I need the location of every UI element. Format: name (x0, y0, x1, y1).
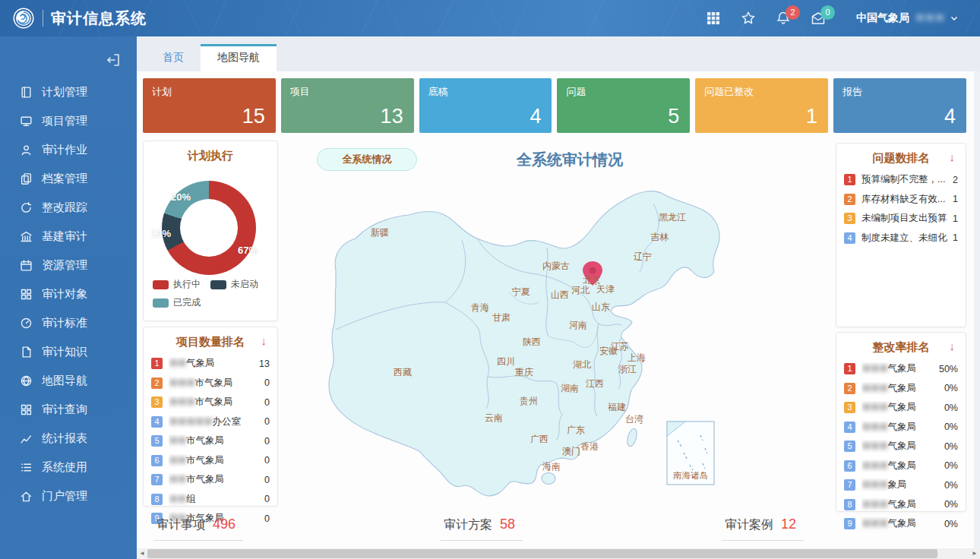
rank-row[interactable]: 4〓〓〓〓〓办公室0 (151, 412, 270, 432)
province-label-广东[interactable]: 广东 (567, 424, 585, 437)
scroll-left-arrow-icon[interactable]: ◄ (137, 548, 147, 559)
sidebar-item-系统使用[interactable]: 系统使用 (0, 453, 137, 482)
rank-row[interactable]: 1〓〓气象局13 (151, 354, 270, 374)
province-label-甘肃[interactable]: 甘肃 (492, 311, 511, 324)
stat-card-问题已整改[interactable]: 问题已整改1 (695, 78, 828, 133)
sidebar-item-资源管理[interactable]: 资源管理 (0, 251, 137, 280)
province-label-河北[interactable]: 河北 (571, 284, 590, 297)
province-label-内蒙古[interactable]: 内蒙古 (542, 260, 570, 273)
province-label-天津[interactable]: 天津 (596, 283, 615, 296)
china-map[interactable]: 新疆黑龙江吉林辽宁内蒙古北京天津河北山西宁夏山东河南陕西青海甘肃四川重庆西藏贵州… (289, 173, 820, 507)
rank-row[interactable]: 1〓〓〓气象局50% (844, 359, 958, 379)
stat-card-报告[interactable]: 报告4 (833, 78, 966, 133)
rank-row[interactable]: 7〓〓〓象局0% (844, 475, 958, 495)
rank-row[interactable]: 7〓〓市气象局0 (151, 470, 270, 490)
province-label-四川[interactable]: 四川 (497, 355, 515, 368)
sidebar-item-计划管理[interactable]: 计划管理 (0, 77, 137, 106)
sidebar-item-审计查询[interactable]: 审计查询 (0, 395, 137, 424)
horizontal-scrollbar[interactable]: ◄ ► (137, 548, 980, 559)
sidebar-item-label: 审计查询 (42, 403, 87, 417)
sidebar-item-审计对象[interactable]: 审计对象 (0, 280, 137, 308)
rank-row[interactable]: 2库存材料缺乏有效...1 (844, 190, 958, 210)
province-label-江苏[interactable]: 江苏 (611, 340, 629, 353)
sidebar-item-基建审计[interactable]: 基建审计 (0, 222, 137, 251)
tab-首页[interactable]: 首页 (146, 45, 201, 71)
province-label-宁夏[interactable]: 宁夏 (512, 286, 530, 298)
province-label-广西[interactable]: 广西 (530, 433, 548, 446)
vertical-scrollbar[interactable] (974, 71, 980, 548)
user-menu[interactable]: 中国气象局 〓〓〓 (856, 11, 959, 25)
province-label-山东[interactable]: 山东 (592, 301, 610, 314)
rank-row[interactable]: 1预算编制不完整，...2 (844, 170, 958, 190)
sort-descending-icon[interactable]: ↓ (261, 334, 267, 347)
province-label-香港[interactable]: 香港 (580, 441, 599, 453)
province-label-海南[interactable]: 海南 (542, 460, 561, 473)
rank-row[interactable]: 3未编制项目支出预算1 (844, 209, 958, 229)
rank-row[interactable]: 9〓〓〓气象局0% (844, 514, 958, 534)
rank-row[interactable]: 3〓〓〓气象局0% (844, 398, 958, 418)
rank-row[interactable]: 4〓〓〓气象局0% (844, 418, 958, 437)
tab-地图导航[interactable]: 地图导航 (201, 44, 277, 71)
favorite-star-icon[interactable] (741, 11, 756, 26)
legend-item-未启动[interactable]: 未启动 (210, 278, 268, 291)
messages-mail-icon[interactable]: 0 (811, 11, 826, 26)
rank-row[interactable]: 5〓〓市气象局0 (151, 431, 270, 451)
rank-row[interactable]: 2〓〓〓气象局0% (844, 379, 958, 399)
province-label-湖南[interactable]: 湖南 (561, 382, 579, 395)
sidebar-collapse-icon[interactable] (105, 52, 122, 68)
stat-card-底稿[interactable]: 底稿4 (419, 78, 552, 133)
sidebar-item-统计报表[interactable]: 统计报表 (0, 424, 137, 453)
sidebar-item-地图导航[interactable]: 地图导航 (0, 366, 137, 395)
province-label-河南[interactable]: 河南 (569, 319, 587, 332)
rank-row[interactable]: 5〓〓〓气象局0% (844, 437, 958, 456)
rank-badge: 1 (151, 358, 163, 369)
rank-row[interactable]: 8〓〓〓气象局0% (844, 495, 958, 515)
message-badge: 0 (820, 5, 835, 20)
sidebar-item-档案管理[interactable]: 档案管理 (0, 164, 137, 193)
rank-row[interactable]: 3〓〓〓市气象局0 (151, 393, 270, 412)
notifications-bell-icon[interactable]: 2 (776, 11, 791, 26)
legend-item-执行中[interactable]: 执行中 (153, 278, 210, 291)
sidebar-item-审计知识[interactable]: 审计知识 (0, 337, 137, 366)
sort-descending-icon[interactable]: ↓ (950, 150, 956, 163)
province-label-浙江[interactable]: 浙江 (618, 363, 637, 376)
stat-card-问题[interactable]: 问题5 (557, 78, 690, 133)
province-label-西藏[interactable]: 西藏 (394, 366, 412, 379)
sidebar-item-审计作业[interactable]: 审计作业 (0, 135, 137, 164)
rank-row[interactable]: 6〓〓市气象局0 (151, 451, 270, 471)
rank-row[interactable]: 6〓〓〓气象局0% (844, 456, 958, 476)
sidebar-item-审计标准[interactable]: 审计标准 (0, 308, 137, 337)
sidebar-item-门户管理[interactable]: 门户管理 (0, 482, 137, 510)
rank-value: 2 (953, 175, 958, 185)
province-label-辽宁[interactable]: 辽宁 (634, 251, 652, 264)
sort-descending-icon[interactable]: ↓ (950, 340, 956, 352)
pct-label-done: 20% (171, 191, 191, 203)
stat-card-计划[interactable]: 计划15 (143, 78, 276, 133)
province-label-云南[interactable]: 云南 (485, 412, 503, 425)
system-scope-chip[interactable]: 全系统情况 (317, 148, 417, 171)
province-label-澳门[interactable]: 澳门 (562, 445, 580, 458)
scrollbar-thumb[interactable] (147, 549, 937, 558)
sidebar-item-整改跟踪[interactable]: 整改跟踪 (0, 193, 137, 222)
stat-card-项目[interactable]: 项目13 (281, 78, 414, 133)
rank-row[interactable]: 8〓〓组0 (151, 490, 270, 510)
sidebar-item-label: 系统使用 (42, 460, 87, 475)
province-label-吉林[interactable]: 吉林 (650, 231, 669, 244)
province-label-黑龙江[interactable]: 黑龙江 (659, 211, 686, 224)
province-label-重庆[interactable]: 重庆 (515, 366, 533, 379)
scroll-right-arrow-icon[interactable]: ► (969, 548, 980, 559)
province-label-陕西[interactable]: 陕西 (523, 336, 541, 349)
sidebar-item-项目管理[interactable]: 项目管理 (0, 106, 137, 135)
province-label-湖北[interactable]: 湖北 (573, 358, 591, 371)
province-label-贵州[interactable]: 贵州 (520, 395, 538, 408)
legend-item-已完成[interactable]: 已完成 (153, 296, 210, 309)
province-label-青海[interactable]: 青海 (471, 302, 489, 314)
apps-grid-icon[interactable] (706, 11, 721, 26)
province-label-江西[interactable]: 江西 (586, 377, 604, 390)
province-label-新疆[interactable]: 新疆 (371, 226, 389, 239)
rank-row[interactable]: 4制度未建立、未细化1 (844, 229, 958, 248)
province-label-台湾[interactable]: 台湾 (625, 413, 643, 426)
rank-row[interactable]: 2〓〓〓市气象局0 (151, 374, 270, 393)
province-label-山西[interactable]: 山西 (551, 289, 569, 302)
province-label-福建[interactable]: 福建 (608, 401, 626, 414)
